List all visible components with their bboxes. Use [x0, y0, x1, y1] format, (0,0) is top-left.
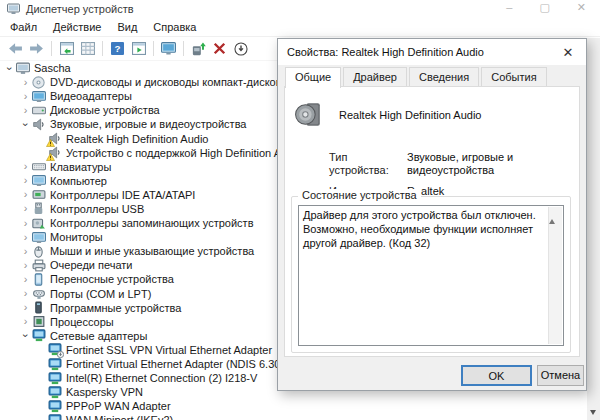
menu-file[interactable]: Файл: [2, 19, 45, 35]
scroll-down-icon[interactable]: [590, 410, 596, 415]
properties-dialog: Свойства: Realtek High Definition Audio …: [277, 38, 587, 391]
toolbar-separator: [51, 41, 52, 56]
help-icon: ?: [111, 42, 124, 55]
chevron-right-icon[interactable]: ›: [20, 232, 31, 243]
maximize-button[interactable]: ▢: [539, 1, 549, 14]
ide-icon: [32, 188, 46, 201]
minimize-button[interactable]: –: [506, 1, 512, 14]
scan-hardware-button[interactable]: [158, 39, 179, 58]
monitor-icon: [32, 174, 46, 187]
scroll-up-icon[interactable]: [549, 207, 555, 224]
svg-text:?: ?: [115, 43, 121, 54]
disable-device-button[interactable]: [230, 39, 251, 58]
device-header: Realtek High Definition Audio: [293, 98, 579, 131]
tree-item-label: Клавиатуры: [50, 161, 111, 173]
grid-icon: [81, 42, 95, 55]
forward-button[interactable]: [26, 39, 47, 58]
audio-icon: [32, 118, 46, 131]
tree-item-label: Программные устройства: [50, 302, 181, 314]
close-button[interactable]: ✕: [577, 1, 586, 14]
general-tab-panel: Realtek High Definition Audio Тип устрой…: [284, 86, 580, 357]
cancel-button[interactable]: Отмена: [537, 365, 584, 386]
chevron-right-icon[interactable]: ›: [20, 77, 31, 88]
device-field-row: Тип устройства:Звуковые, игровые и видео…: [329, 151, 571, 177]
tree-item-label: Сетевые адаптеры: [50, 330, 147, 342]
monitor-scan-icon: [161, 42, 176, 55]
tree-item-label: PPPoP WAN Adapter: [66, 400, 171, 412]
chevron-right-icon[interactable]: ›: [20, 302, 31, 313]
tree-item[interactable]: WAN Miniport (IKEv2): [0, 413, 587, 420]
menu-view[interactable]: Вид: [109, 19, 145, 35]
device-name: Realtek High Definition Audio: [339, 109, 481, 121]
uninstall-device-button[interactable]: [209, 39, 230, 58]
network-icon: [48, 386, 62, 399]
chevron-right-icon[interactable]: ›: [20, 161, 31, 172]
update-driver-button[interactable]: [188, 39, 209, 58]
chevron-right-icon[interactable]: ›: [20, 105, 31, 116]
chevron-right-icon[interactable]: ›: [20, 91, 31, 102]
chevron-down-icon[interactable]: ›: [20, 119, 31, 130]
tree-item-label: Переносные устройства: [50, 273, 174, 285]
toolbar-separator: [183, 41, 184, 56]
device-status-box[interactable]: Драйвер для этого устройства был отключе…: [298, 205, 564, 346]
audio-warning-icon: [48, 146, 62, 159]
tab-general[interactable]: Общие: [285, 67, 341, 88]
network-icon: [48, 372, 62, 385]
chevron-right-icon[interactable]: ›: [20, 189, 31, 200]
warning-icon: [46, 153, 55, 161]
chevron-right-icon[interactable]: ›: [20, 274, 31, 285]
tab-events[interactable]: События: [481, 67, 546, 86]
device-manager-icon: [7, 3, 20, 15]
network-icon: [48, 358, 62, 371]
chevron-down-icon[interactable]: ›: [20, 330, 31, 341]
dialog-close-button[interactable]: ✕: [550, 39, 586, 65]
tree-item-label: Звуковые, игровые и видеоустройства: [50, 118, 247, 130]
device-status-text: Драйвер для этого устройства был отключе…: [299, 206, 563, 252]
toolbar-separator: [102, 41, 103, 56]
chevron-right-icon[interactable]: ›: [20, 246, 31, 257]
usb-icon: [32, 202, 46, 215]
menu-help[interactable]: Справка: [145, 19, 204, 35]
help-button[interactable]: ?: [107, 39, 128, 58]
chevron-right-icon[interactable]: ›: [20, 260, 31, 271]
ok-button[interactable]: OK: [461, 365, 532, 386]
chevron-right-icon[interactable]: ›: [20, 218, 31, 229]
red-x-icon: [213, 42, 226, 55]
window-play-icon: [132, 42, 146, 55]
chevron-right-icon[interactable]: ›: [20, 175, 31, 186]
toolbar-separator: [153, 41, 154, 56]
tree-item-label: DVD-дисководы и дисководы компакт-дисков: [50, 76, 282, 88]
tree-item-label: Видеоадаптеры: [50, 90, 132, 102]
forward-icon: [29, 42, 44, 55]
tree-item-label: Kaspersky VPN: [66, 386, 143, 398]
ports-icon: [32, 287, 46, 300]
tab-driver[interactable]: Драйвер: [343, 67, 407, 86]
menu-action[interactable]: Действие: [45, 19, 109, 35]
keyboard-icon: [32, 160, 46, 173]
export-list-button[interactable]: [77, 39, 98, 58]
tree-item-label: Очереди печати: [50, 259, 133, 271]
status-scrollbar[interactable]: [548, 207, 562, 344]
audio-warning-icon: [48, 132, 62, 145]
tree-item-label: Мыши и иные указывающие устройства: [50, 245, 254, 257]
network-icon: [32, 329, 46, 342]
show-console-tree-button[interactable]: [56, 39, 77, 58]
tree-scrollbar[interactable]: [587, 38, 600, 420]
back-button[interactable]: [5, 39, 26, 58]
chevron-right-icon[interactable]: ›: [20, 203, 31, 214]
chevron-down-icon[interactable]: ›: [4, 63, 15, 74]
tab-details[interactable]: Сведения: [409, 67, 479, 86]
action-pane-button[interactable]: [128, 39, 149, 58]
dialog-titlebar: Свойства: Realtek High Definition Audio: [278, 39, 586, 65]
mouse-icon: [32, 245, 46, 258]
monitor-icon: [32, 231, 46, 244]
tree-item-label: Fortinet SSL VPN Virtual Ethernet Adapte…: [66, 344, 272, 356]
dvd-icon: [32, 76, 46, 89]
tree-item[interactable]: PPPoP WAN Adapter: [0, 399, 587, 413]
tree-item-label: Процессоры: [50, 316, 114, 328]
window-green-icon: [60, 42, 74, 55]
chevron-right-icon[interactable]: ›: [20, 316, 31, 327]
tree-item-label: Fortinet Virtual Ethernet Adapter (NDIS …: [66, 358, 284, 370]
dialog-tabs: ОбщиеДрайверСведенияСобытия: [278, 67, 586, 86]
chevron-right-icon[interactable]: ›: [20, 288, 31, 299]
